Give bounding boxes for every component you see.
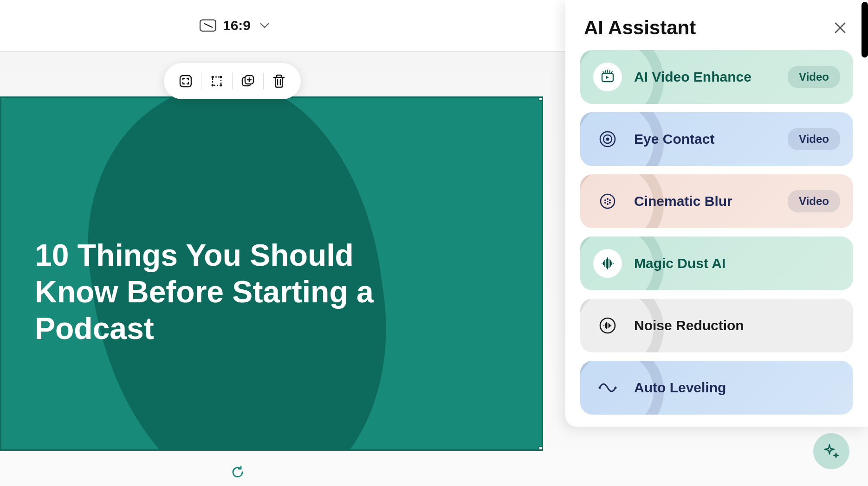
toolbar-divider [232, 73, 233, 90]
ai-option-video-enhance[interactable]: AI Video Enhance Video [580, 50, 853, 104]
ai-option-label: Noise Reduction [634, 318, 840, 333]
aspect-ratio-label: 16:9 [223, 18, 251, 33]
refresh-button[interactable] [229, 464, 246, 480]
trash-icon [272, 74, 286, 89]
video-enhance-icon [593, 63, 622, 91]
chevron-down-icon [260, 23, 269, 28]
toolbar-divider [201, 73, 201, 90]
scrollbar-thumb[interactable] [862, 2, 868, 58]
aspect-ratio-icon [200, 19, 216, 32]
ai-option-label: Cinematic Blur [634, 193, 788, 209]
svg-point-11 [606, 138, 609, 141]
duplicate-icon [240, 74, 255, 89]
ai-options-list: AI Video Enhance Video Eye Contact Video [565, 47, 868, 424]
ai-option-badge: Video [788, 66, 840, 88]
svg-point-4 [212, 84, 214, 87]
svg-rect-0 [180, 76, 191, 87]
svg-point-22 [615, 387, 617, 389]
ai-sparkle-fab[interactable] [813, 433, 849, 469]
ai-option-label: Eye Contact [634, 131, 788, 147]
waveform-icon [593, 249, 622, 278]
delete-button[interactable] [266, 69, 291, 94]
fullscreen-icon [178, 74, 193, 89]
toolbar-divider [263, 73, 264, 90]
svg-point-13 [607, 198, 609, 200]
ai-option-eye-contact[interactable]: Eye Contact Video [580, 112, 853, 166]
ai-option-label: Magic Dust AI [634, 256, 840, 271]
wave-sine-icon [593, 373, 622, 402]
preview-title-text: 10 Things You Should Know Before Startin… [35, 237, 402, 347]
crop-icon [209, 74, 224, 89]
video-preview[interactable]: 10 Things You Should Know Before Startin… [0, 96, 543, 451]
refresh-icon [231, 465, 245, 479]
aperture-icon [593, 187, 622, 216]
aspect-ratio-selector[interactable]: 16:9 [200, 18, 269, 33]
resize-handle-top-right[interactable] [538, 96, 543, 101]
ai-option-badge: Video [788, 128, 840, 150]
ai-panel-title: AI Assistant [584, 17, 696, 39]
close-button[interactable] [831, 19, 849, 37]
svg-point-14 [609, 199, 611, 201]
svg-point-2 [212, 76, 214, 78]
ai-panel-header: AI Assistant [565, 0, 868, 47]
svg-point-21 [599, 387, 601, 389]
svg-point-15 [609, 202, 611, 204]
resize-handle-bottom-right[interactable] [538, 446, 543, 451]
crop-button[interactable] [204, 69, 229, 94]
ai-option-badge: Video [788, 190, 840, 212]
svg-rect-1 [213, 77, 221, 85]
sparkle-icon [822, 442, 841, 460]
svg-point-16 [607, 203, 609, 205]
ai-option-label: AI Video Enhance [634, 69, 788, 85]
eye-icon [593, 125, 622, 153]
close-icon [834, 21, 847, 34]
svg-point-5 [220, 84, 222, 87]
ai-option-label: Auto Leveling [634, 380, 840, 396]
ai-option-cinematic-blur[interactable]: Cinematic Blur Video [580, 174, 853, 228]
scrollbar-track[interactable] [862, 0, 868, 486]
fullscreen-button[interactable] [173, 69, 198, 94]
ai-option-noise-reduction[interactable]: Noise Reduction [580, 299, 853, 352]
audio-bars-icon [593, 311, 622, 340]
ai-assistant-panel: AI Assistant AI Video Enhance Video [565, 0, 868, 427]
ai-option-magic-dust[interactable]: Magic Dust AI [580, 237, 853, 290]
duplicate-button[interactable] [235, 69, 260, 94]
ai-option-auto-leveling[interactable]: Auto Leveling [580, 361, 853, 415]
svg-point-17 [604, 202, 606, 204]
svg-point-18 [604, 199, 606, 201]
floating-toolbar [164, 63, 301, 99]
svg-point-19 [607, 201, 609, 202]
svg-point-3 [220, 76, 222, 78]
